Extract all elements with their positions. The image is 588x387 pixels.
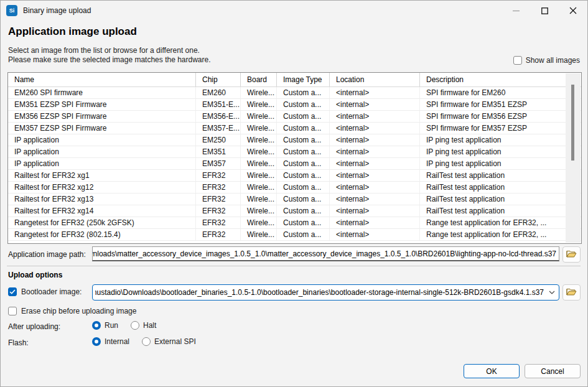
radio-internal-label[interactable]: Internal (105, 337, 129, 346)
bootloader-path-combobox[interactable]: gmustadio\Downloads\bootloader_binaries_… (92, 284, 559, 301)
radio-external-spi-icon[interactable] (142, 337, 151, 346)
table-row[interactable]: Rangetest for EFR32 (802.15.4)EFR32Wirel… (8, 229, 581, 241)
erase-chip-label: Erase chip before uploading image (21, 307, 136, 315)
radio-halt-label[interactable]: Halt (143, 321, 156, 330)
folder-open-icon (566, 287, 577, 298)
table-cell: <internal> (330, 205, 420, 217)
description-line2: Please make sure the selected image matc… (8, 55, 211, 65)
column-header-board[interactable]: Board (241, 73, 277, 86)
table-cell: SPI firmware for EM356 EZSP (420, 111, 564, 122)
radio-halt-icon[interactable] (131, 321, 139, 330)
table-row[interactable]: IP applicationEM357Wirele...Custom a...<… (8, 158, 581, 170)
table-cell: Custom a... (277, 134, 330, 146)
checkbox-unchecked-icon[interactable] (513, 56, 522, 65)
table-cell: EM351 (196, 146, 241, 157)
column-header-location[interactable]: Location (330, 73, 420, 86)
radio-run-selected-icon[interactable] (92, 321, 101, 330)
table-cell: <internal> (330, 158, 420, 169)
table-cell: Range test application for EFR32, ... (420, 217, 564, 228)
titlebar: Si Binary image upload (1, 1, 587, 21)
description-line1: Select an image from the list or browse … (8, 46, 211, 55)
table-cell: <internal> (330, 194, 420, 205)
maximize-icon (541, 7, 548, 14)
table-cell: <internal> (330, 99, 420, 110)
table-header: Name Chip Board Image Type Location Desc… (8, 73, 581, 87)
page-description: Select an image from the list or browse … (8, 46, 211, 65)
chevron-down-icon[interactable] (549, 291, 555, 294)
table-cell: <internal> (330, 182, 420, 193)
minimize-icon (513, 7, 520, 14)
app-path-input[interactable]: Downloads\matter_accessory_device_images… (92, 246, 559, 261)
table-cell: <internal> (330, 123, 420, 134)
table-row[interactable]: EM357 EZSP SPI FirmwareEM357-E...Wirele.… (8, 123, 581, 134)
table-cell: EM357 (196, 158, 241, 169)
column-header-description[interactable]: Description (420, 73, 564, 86)
column-header-image-type[interactable]: Image Type (277, 73, 330, 86)
maximize-button[interactable] (530, 1, 559, 21)
table-row[interactable]: IP applicationEM351Wirele...Custom a...<… (8, 146, 581, 158)
table-row[interactable]: EM351 EZSP SPI FirmwareEM351-E...Wirele.… (8, 99, 581, 111)
table-cell: EM357-E... (196, 123, 241, 134)
table-cell: EM351 EZSP SPI Firmware (8, 99, 196, 110)
table-cell: EM250 (196, 134, 241, 146)
bootloader-image-label: Bootloader image: (21, 287, 82, 296)
checkbox-checked-icon[interactable] (8, 287, 17, 296)
close-button[interactable] (559, 1, 587, 21)
table-cell: <internal> (330, 217, 420, 228)
table-row[interactable]: Rangetest for EFR32 (250k 2GFSK)EFR32Wir… (8, 217, 581, 229)
table-cell: Range test application for EFR32, ... (420, 229, 564, 240)
window-title: Binary image upload (23, 6, 91, 15)
table-cell: <internal> (330, 146, 420, 157)
table-row[interactable]: Railtest for EFR32 xg12EFR32Wirele...Cus… (8, 182, 581, 194)
table-cell: Wirele... (241, 170, 277, 181)
table-cell: RailTest test application (420, 182, 564, 193)
table-cell: Custom a... (277, 123, 330, 134)
show-all-images-checkbox[interactable]: Show all images (513, 56, 580, 65)
table-cell: Rangetest for EFR32 (802.15.4) (8, 229, 196, 240)
column-header-chip[interactable]: Chip (196, 73, 241, 86)
erase-chip-checkbox[interactable]: Erase chip before uploading image (8, 307, 136, 315)
table-row[interactable]: IP applicationEM250Wirele...Custom a...<… (8, 134, 581, 146)
checkbox-unchecked-icon[interactable] (8, 307, 17, 315)
radio-run-label[interactable]: Run (105, 321, 118, 330)
cancel-button[interactable]: Cancel (525, 364, 581, 378)
minimize-button[interactable] (502, 1, 530, 21)
table-cell: Wirele... (241, 194, 277, 205)
table-cell: Custom a... (277, 205, 330, 217)
table-cell: EFR32 (196, 170, 241, 181)
app-path-browse-button[interactable] (562, 246, 581, 263)
after-uploading-radio-group: Run Halt (92, 321, 156, 330)
app-path-label: Application image path: (8, 250, 86, 259)
table-cell: <internal> (330, 170, 420, 181)
table-cell: IP application (8, 158, 196, 169)
table-cell: Wirele... (241, 134, 277, 146)
table-cell: SPI firmware for EM260 (420, 87, 564, 98)
table-cell: Railtest for EFR32 xg13 (8, 194, 196, 205)
table-row[interactable]: Railtest for EFR32 xg13EFR32Wirele...Cus… (8, 194, 581, 205)
table-cell: EFR32 (196, 182, 241, 193)
scrollbar-thumb[interactable] (571, 85, 574, 161)
table-row[interactable]: EM260 SPI firmwareEM260Wirele...Custom a… (8, 87, 581, 99)
table-row[interactable]: EM356 EZSP SPI FirmwareEM356-E...Wirele.… (8, 111, 581, 123)
radio-internal-selected-icon[interactable] (92, 337, 101, 346)
table-cell: RailTest test application (420, 205, 564, 217)
app-icon: Si (6, 5, 17, 16)
table-scrollbar[interactable] (566, 73, 581, 243)
bootloader-browse-button[interactable] (562, 284, 581, 301)
ok-button[interactable]: OK (464, 364, 520, 378)
table-row[interactable]: Railtest for EFR32 xg14EFR32Wirele...Cus… (8, 205, 581, 217)
bootloader-image-checkbox[interactable]: Bootloader image: (8, 287, 82, 296)
table-cell: Wirele... (241, 87, 277, 98)
table-cell: <internal> (330, 229, 420, 240)
table-row[interactable]: Railtest for EFR32 xg1EFR32Wirele...Cust… (8, 170, 581, 182)
binary-image-upload-dialog: Si Binary image upload Application image… (0, 0, 588, 387)
table-cell: EFR32 (196, 205, 241, 217)
table-cell: Custom a... (277, 182, 330, 193)
table-cell: Wirele... (241, 111, 277, 122)
table-cell: Railtest for EFR32 xg1 (8, 170, 196, 181)
table-cell: Custom a... (277, 194, 330, 205)
radio-external-spi-label[interactable]: External SPI (154, 337, 196, 346)
table-cell: Custom a... (277, 217, 330, 228)
table-cell: EM356-E... (196, 111, 241, 122)
column-header-name[interactable]: Name (8, 73, 196, 86)
